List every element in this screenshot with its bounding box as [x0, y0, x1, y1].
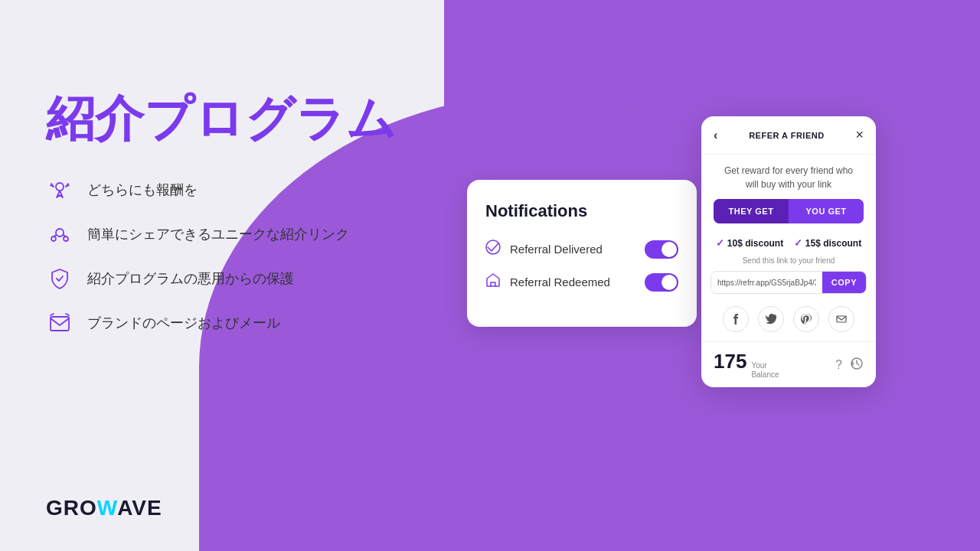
email-social-button[interactable] [828, 306, 854, 332]
feature-item-brand: ブランドのページおよびメール [46, 309, 397, 337]
feature-text-link: 簡単にシェアできるユニークな紹介リンク [87, 225, 349, 243]
check-icon-they: ✓ [716, 237, 724, 249]
notifications-title: Notifications [485, 201, 678, 221]
tab-you-get[interactable]: YOU GET [789, 199, 864, 223]
check-icon-you: ✓ [794, 237, 802, 249]
link-copy-row: COPY [710, 271, 867, 294]
feature-text-brand: ブランドのページおよびメール [87, 314, 280, 332]
toggle-redeemed[interactable] [645, 273, 678, 292]
discount-label-you: 15$ discount [805, 238, 861, 249]
notification-row-delivered: Referral Delivered [485, 240, 678, 259]
logo-prefix: GRO [46, 496, 97, 520]
footer-icons: ? [835, 357, 864, 373]
balance-section: 175 Your Balance [714, 350, 779, 380]
feature-item-reward: どちらにも報酬を [46, 176, 397, 204]
close-button[interactable]: × [855, 127, 864, 143]
hero-content: 紹介プログラム どちらにも報酬を [46, 92, 397, 337]
discount-they: ✓ 10$ discount [716, 237, 783, 249]
svg-point-0 [56, 183, 64, 191]
svg-rect-6 [51, 317, 69, 331]
logo: GRO W AVE [46, 496, 162, 520]
logo-wave: W [97, 496, 117, 520]
balance-label: Your Balance [751, 361, 779, 380]
reward-tabs: THEY GET YOU GET [714, 199, 864, 223]
copy-button[interactable]: COPY [822, 272, 866, 293]
notifications-card: Notifications Referral Delivered Referra… [467, 180, 697, 327]
feature-text-reward: どちらにも報酬を [87, 181, 198, 199]
notification-label-wrap-delivered: Referral Delivered [485, 240, 603, 259]
tab-they-get[interactable]: THEY GET [714, 199, 789, 223]
feature-item-link: 簡単にシェアできるユニークな紹介リンク [46, 220, 397, 248]
feature-text-protection: 紹介プログラムの悪用からの保護 [87, 269, 294, 288]
svg-line-5 [64, 235, 65, 236]
refer-subtitle: Get reward for every friend who will buy… [701, 155, 876, 199]
send-link-label: Send this link to your friend [701, 256, 876, 265]
history-icon[interactable] [850, 357, 864, 373]
link-input[interactable] [711, 272, 822, 293]
notification-label-delivered: Referral Delivered [510, 243, 603, 256]
back-button[interactable]: ‹ [714, 129, 717, 142]
feature-item-protection: 紹介プログラムの悪用からの保護 [46, 265, 397, 292]
logo-suffix: AVE [117, 496, 162, 520]
balance-number: 175 [714, 350, 746, 373]
mail-icon [46, 309, 74, 337]
main-title: 紹介プログラム [46, 92, 397, 145]
feature-list: どちらにも報酬を 簡単にシェアできるユニークな紹介リンク [46, 176, 397, 337]
twitter-button[interactable] [758, 306, 784, 332]
notification-label-wrap-redeemed: Referral Redeemed [485, 272, 610, 292]
discount-label-they: 10$ discount [727, 238, 783, 249]
svg-point-2 [51, 236, 56, 241]
notification-row-redeemed: Referral Redeemed [485, 272, 678, 292]
svg-point-1 [56, 229, 64, 236]
pinterest-button[interactable] [793, 306, 819, 332]
refer-header: ‹ REFER A FRIEND × [701, 116, 876, 155]
help-icon[interactable]: ? [835, 358, 842, 372]
svg-point-3 [64, 236, 68, 241]
refer-footer: 175 Your Balance ? [701, 341, 876, 387]
reward-icon [46, 176, 74, 204]
toggle-delivered[interactable] [645, 240, 678, 259]
svg-line-4 [54, 235, 56, 236]
refer-title: REFER A FRIEND [749, 131, 824, 140]
facebook-button[interactable] [723, 306, 749, 332]
redeemed-icon [485, 272, 501, 292]
discounts-row: ✓ 10$ discount ✓ 15$ discount [701, 233, 876, 256]
discount-you: ✓ 15$ discount [794, 237, 861, 249]
shield-icon [46, 265, 74, 292]
notification-label-redeemed: Referral Redeemed [510, 276, 610, 289]
link-icon [46, 220, 74, 248]
delivered-icon [485, 240, 501, 259]
refer-card: ‹ REFER A FRIEND × Get reward for every … [701, 116, 876, 387]
social-row [701, 303, 876, 341]
